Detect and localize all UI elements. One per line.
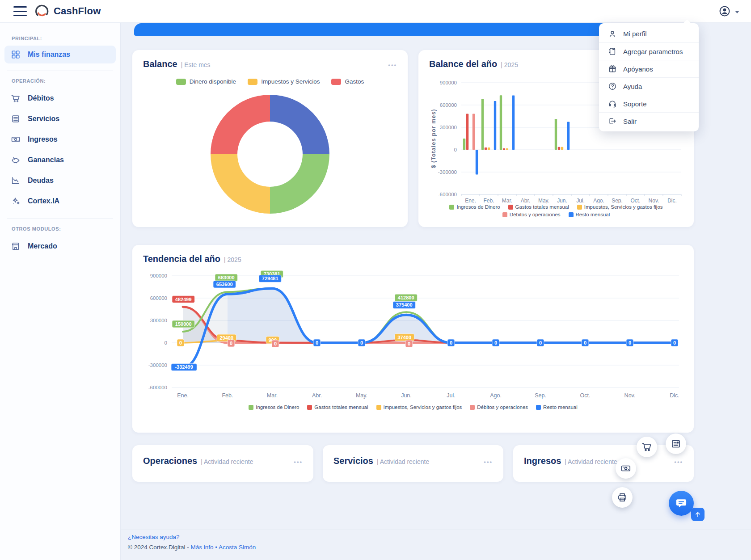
- svg-text:-332499: -332499: [175, 364, 193, 370]
- sparkles-icon: [11, 196, 21, 206]
- banknote-fab-button[interactable]: [616, 458, 636, 479]
- svg-text:412800: 412800: [398, 295, 414, 300]
- svg-text:0: 0: [179, 340, 182, 345]
- sidebar-item-d-bitos[interactable]: Débitos: [4, 88, 116, 109]
- svg-text:-600000: -600000: [148, 385, 167, 390]
- need-help-link[interactable]: ¿Necesitas ayuda?: [128, 534, 180, 540]
- sidebar-item-ganancias[interactable]: Ganancias: [4, 150, 116, 170]
- balance-card-more-button[interactable]: •••: [388, 63, 397, 67]
- svg-text:-600000: -600000: [438, 192, 457, 197]
- user-menu-item-label: Apóyanos: [623, 65, 653, 73]
- legend-swatch: [536, 405, 541, 410]
- cart-icon: [11, 93, 21, 103]
- svg-text:$ (Totales por mes): $ (Totales por mes): [430, 109, 437, 168]
- user-menu-item-label: Soporte: [623, 100, 647, 108]
- svg-text:482499: 482499: [175, 297, 192, 302]
- svg-text:Feb.: Feb.: [222, 392, 233, 399]
- svg-text:0: 0: [584, 340, 586, 345]
- user-menu-item-ap-yanos[interactable]: Apóyanos: [599, 60, 699, 77]
- sidebar-item-mis-finanzas[interactable]: Mis finanzas: [4, 46, 116, 63]
- trend-card-title: Tendencia del año: [143, 254, 220, 264]
- sidebar-item-label: Deudas: [28, 177, 54, 185]
- list-icon: [11, 114, 21, 124]
- sidebar-item-deudas[interactable]: Deudas: [4, 170, 116, 191]
- notebook-icon: [608, 47, 617, 56]
- sidebar-item-mercado[interactable]: Mercado: [4, 236, 116, 257]
- svg-text:0: 0: [316, 340, 318, 345]
- banknote-icon: [11, 135, 21, 144]
- sidebar-item-cortex-ia[interactable]: Cortex.IA: [4, 191, 116, 211]
- bar-legend-item: Débitos y operaciones: [502, 212, 561, 217]
- news-icon: [671, 438, 681, 449]
- svg-text:Dic.: Dic.: [670, 392, 679, 399]
- legend-label: Impuestos, Servicios y gastos fijos: [584, 204, 663, 210]
- svg-text:Abr.: Abr.: [312, 392, 322, 399]
- gift-icon: [608, 64, 617, 73]
- news-fab-button[interactable]: [666, 434, 686, 454]
- legend-label: Impuestos, Servicios y gastos fijos: [384, 404, 462, 410]
- pie-legend-item: Gastos: [331, 78, 364, 85]
- operations-card-more-button[interactable]: •••: [294, 460, 303, 464]
- svg-text:0: 0: [165, 340, 167, 345]
- cart-fab-button[interactable]: [637, 437, 657, 457]
- more-info-link[interactable]: Más info: [191, 544, 214, 551]
- svg-text:Ago.: Ago.: [593, 198, 604, 203]
- svg-text:600000: 600000: [440, 102, 457, 108]
- line-legend-item: Resto mensual: [536, 404, 578, 410]
- footer: ¿Necesitas ayuda? © 2024 Cortex.Digital …: [128, 534, 256, 551]
- legend-label: Impuestos y Servicios: [261, 78, 320, 85]
- services-card-more-button[interactable]: •••: [484, 460, 493, 464]
- user-menu-item-label: Mi perfil: [623, 30, 647, 38]
- svg-text:0: 0: [539, 340, 542, 345]
- user-menu-item-soporte[interactable]: Soporte: [599, 95, 699, 112]
- legend-label: Ingresos de Dinero: [256, 404, 299, 410]
- pie-legend-item: Dinero disponible: [176, 78, 236, 85]
- svg-text:Jun.: Jun.: [557, 198, 567, 203]
- sidebar-item-ingresos[interactable]: Ingresos: [4, 129, 116, 150]
- services-card-subtitle: | Actividad reciente: [377, 458, 429, 465]
- help-icon: [608, 82, 617, 91]
- svg-text:-300000: -300000: [438, 169, 457, 175]
- incomes-card-more-button[interactable]: •••: [674, 460, 683, 464]
- legend-label: Gastos totales mensual: [314, 404, 368, 410]
- chat-fab-button[interactable]: [669, 491, 694, 516]
- legend-swatch: [331, 79, 341, 85]
- sidebar-item-servicios[interactable]: Servicios: [4, 109, 116, 129]
- svg-text:0: 0: [230, 341, 232, 346]
- pie-legend-item: Impuestos y Servicios: [248, 78, 320, 85]
- bar-legend-item: Impuestos, Servicios y gastos fijos: [577, 204, 663, 210]
- legend-label: Gastos totales mensual: [515, 204, 569, 210]
- incomes-card-subtitle: | Actividad reciente: [565, 458, 617, 465]
- scroll-to-top-button[interactable]: [691, 508, 705, 521]
- user-menu-item-mi-perfil[interactable]: Mi perfil: [599, 25, 699, 42]
- svg-text:0: 0: [673, 340, 676, 345]
- svg-text:Feb.: Feb.: [483, 198, 494, 203]
- svg-text:Oct.: Oct.: [580, 392, 591, 399]
- hamburger-menu-button[interactable]: [13, 6, 27, 16]
- svg-text:900000: 900000: [150, 273, 167, 278]
- printer-fab-button[interactable]: [612, 487, 633, 508]
- logout-icon: [608, 117, 617, 126]
- user-avatar-button[interactable]: [719, 5, 730, 17]
- user-menu-item-ayuda[interactable]: Ayuda: [599, 77, 699, 95]
- svg-text:Mar.: Mar.: [502, 198, 512, 203]
- bullet-separator: •: [215, 544, 217, 551]
- svg-text:653600: 653600: [216, 282, 233, 287]
- author-link[interactable]: Acosta Simón: [219, 544, 256, 551]
- svg-text:729481: 729481: [262, 276, 278, 281]
- svg-text:683000: 683000: [218, 275, 235, 280]
- sidebar-item-label: Ganancias: [28, 156, 64, 164]
- svg-text:600000: 600000: [150, 295, 167, 301]
- svg-text:0: 0: [454, 147, 457, 152]
- user-menu-item-salir[interactable]: Salir: [599, 112, 699, 130]
- line-legend-item: Impuestos, Servicios y gastos fijos: [376, 404, 462, 410]
- user-menu-item-agregar-parametros[interactable]: Agregar parametros: [599, 42, 699, 60]
- svg-text:May.: May.: [356, 392, 367, 399]
- sidebar-section-label: PRINCIPAL:: [4, 36, 116, 46]
- svg-text:-300000: -300000: [148, 362, 167, 368]
- legend-label: Resto mensual: [576, 212, 610, 217]
- operations-card-subtitle: | Actividad reciente: [201, 458, 253, 465]
- arrow-up-icon: [694, 510, 702, 518]
- chevron-down-icon[interactable]: [735, 11, 739, 13]
- svg-text:Abr.: Abr.: [521, 198, 530, 203]
